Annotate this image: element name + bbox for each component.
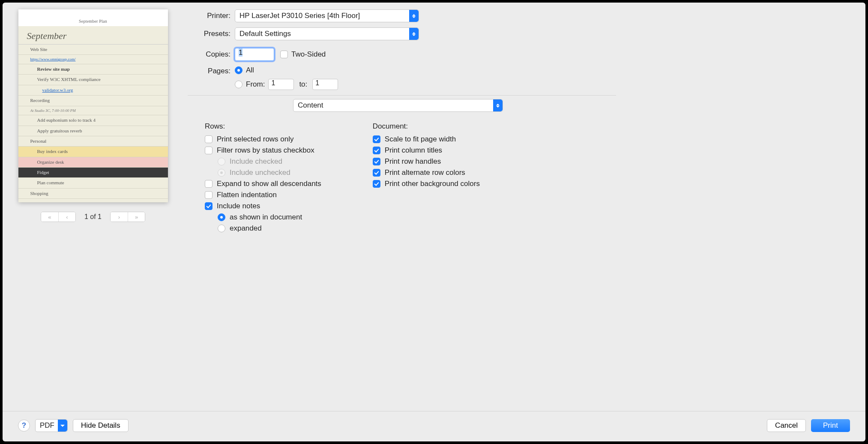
include-unchecked-radio [218,169,225,177]
pages-from-label: From: [246,80,265,89]
preview-row: Fidget [18,168,168,178]
row-handles-checkbox[interactable] [373,158,380,165]
include-notes-checkbox[interactable] [205,202,213,210]
last-page-button[interactable]: » [128,212,145,222]
scale-fit-label: Scale to fit page width [385,135,456,144]
preview-row: Personal [18,136,168,147]
pages-all-radio[interactable] [235,66,242,74]
pane-select[interactable]: Content [293,99,503,112]
preview-row: Review site map [18,64,168,75]
print-dialog: September Plan September Web Sitehttps:/… [3,3,865,441]
preview-row: Apply gratuitous reverb [18,126,168,136]
printer-value: HP LaserJet P3010 Series [4th Floor] [239,12,360,20]
pdf-menu-button[interactable]: PDF [35,419,68,432]
updown-icon [409,28,419,40]
rows-heading: Rows: [205,122,321,131]
preview-row: Add euphonium solo to track 4 [18,115,168,126]
include-checked-label: Include checked [230,157,282,166]
print-selected-checkbox[interactable] [205,135,213,143]
preview-row: Verify W3C XHTML compliance [18,75,168,85]
notes-as-shown-label: as shown in document [230,213,302,222]
include-unchecked-label: Include unchecked [230,168,290,177]
column-titles-label: Print column titles [385,146,442,155]
pages-from-input[interactable]: 1 [268,79,294,90]
scale-fit-checkbox[interactable] [373,135,380,143]
pages-range-radio[interactable] [235,81,242,88]
preview-heading: September [18,26,168,45]
presets-value: Default Settings [239,30,291,38]
printer-select[interactable]: HP LaserJet P3010 Series [4th Floor] [235,9,419,22]
preview-row: At Studio 3C, 7:00-10:00 PM [18,106,168,116]
cancel-button[interactable]: Cancel [767,419,806,432]
first-page-button[interactable]: « [41,212,58,222]
two-sided-checkbox[interactable] [280,51,288,58]
preview-row: Plan commute [18,178,168,188]
alt-row-colors-label: Print alternate row colors [385,168,465,177]
pages-to-label: to: [297,80,309,89]
preview-row: Recording [18,96,168,106]
column-titles-checkbox[interactable] [373,147,380,154]
preview-row: https://www.omnigroup.com/ [18,55,168,64]
include-notes-label: Include notes [217,202,260,210]
pages-label: Pages: [188,66,235,75]
notes-expanded-radio[interactable] [218,225,225,232]
alt-row-colors-checkbox[interactable] [373,169,380,177]
hide-details-button[interactable]: Hide Details [73,419,129,432]
copies-label: Copies: [188,50,235,59]
preview-row: Shopping [18,189,168,199]
preview-row: Organize desk [18,157,168,168]
filter-status-checkbox[interactable] [205,147,213,154]
notes-expanded-label: expanded [230,224,262,233]
print-button[interactable]: Print [811,419,850,432]
two-sided-label: Two-Sided [291,50,326,59]
include-checked-radio [218,158,225,165]
other-bg-colors-checkbox[interactable] [373,180,380,188]
prev-page-button[interactable]: ‹ [58,212,75,222]
preview-row: Web Site [18,45,168,55]
next-page-button[interactable]: › [111,212,128,222]
copies-input[interactable]: 1 [235,48,274,61]
preview-row: Buy index cards [18,147,168,157]
pdf-label: PDF [40,421,54,430]
document-heading: Document: [373,122,480,131]
page-indicator: 1 of 1 [84,213,102,221]
preview-row: validator.w3.org [18,85,168,96]
filter-status-label: Filter rows by status checkbox [217,146,314,155]
content-options: Rows: Print selected rows only Filter ro… [188,116,616,235]
notes-as-shown-radio[interactable] [218,213,225,221]
updown-icon [493,99,503,111]
main-area: September Plan September Web Sitehttps:/… [3,3,865,411]
page-navigator: « ‹ 1 of 1 › » [41,212,145,222]
expand-descendants-checkbox[interactable] [205,180,213,188]
preview-row: Reading [18,199,168,202]
preview-page: September Plan September Web Sitehttps:/… [18,9,168,202]
preview-document-title: September Plan [27,19,159,24]
printer-label: Printer: [188,12,235,20]
document-options: Document: Scale to fit page width Print … [373,122,480,235]
flatten-indent-checkbox[interactable] [205,191,213,199]
other-bg-colors-label: Print other background colors [385,180,480,188]
updown-icon [409,10,419,22]
preview-column: September Plan September Web Sitehttps:/… [18,9,168,411]
presets-label: Presets: [188,30,235,38]
help-button[interactable]: ? [18,420,30,432]
presets-select[interactable]: Default Settings [235,27,419,40]
pages-to-input[interactable]: 1 [312,79,338,90]
rows-options: Rows: Print selected rows only Filter ro… [205,122,321,235]
dialog-footer: ? PDF Hide Details Cancel Print [3,411,865,441]
pane-value: Content [298,101,323,110]
expand-descendants-label: Expand to show all descendants [217,180,321,188]
chevron-down-icon [58,420,67,432]
pages-all-label: All [246,66,254,75]
print-selected-label: Print selected rows only [217,135,294,144]
settings-column: Printer: HP LaserJet P3010 Series [4th F… [188,9,616,411]
row-handles-label: Print row handles [385,157,441,166]
flatten-indent-label: Flatten indentation [217,191,277,199]
